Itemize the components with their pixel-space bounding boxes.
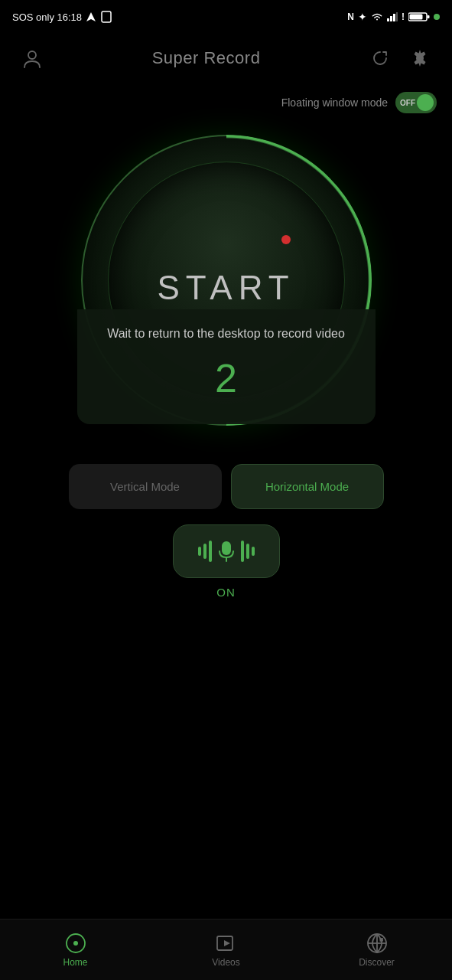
- horizontal-mode-button[interactable]: Horizontal Mode: [231, 464, 384, 509]
- svg-rect-4: [393, 14, 395, 21]
- nfc-icon: N: [347, 11, 354, 22]
- start-label: START: [157, 269, 294, 307]
- bar-l1: [198, 547, 201, 556]
- vertical-mode-button[interactable]: Vertical Mode: [69, 464, 222, 509]
- countdown-message: Wait to return to the desktop to record …: [100, 325, 353, 343]
- mic-button[interactable]: [173, 524, 280, 578]
- record-area: START Wait to return to the desktop to r…: [0, 135, 452, 426]
- svg-point-9: [28, 51, 36, 59]
- svg-marker-16: [224, 940, 230, 946]
- status-bar: SOS only 16:18 N ✦ !: [0, 0, 452, 34]
- exclaim-icon: !: [402, 11, 405, 22]
- right-bars: [241, 541, 255, 562]
- settings-button[interactable]: [406, 44, 434, 72]
- svg-rect-2: [387, 18, 389, 21]
- top-nav: Super Record: [0, 34, 452, 83]
- battery-icon: [408, 11, 430, 22]
- left-bars: [198, 541, 212, 562]
- svg-rect-5: [396, 12, 398, 21]
- bottom-nav: Home Videos Discover: [0, 919, 452, 980]
- nav-videos[interactable]: Videos: [151, 933, 301, 968]
- history-button[interactable]: [366, 44, 394, 72]
- record-circle-outer[interactable]: START Wait to return to the desktop to r…: [81, 135, 372, 426]
- toggle-knob: [417, 94, 434, 111]
- bluetooth-icon: ✦: [358, 11, 367, 23]
- svg-rect-7: [428, 15, 430, 18]
- green-dot-icon: [434, 14, 440, 20]
- svg-point-14: [73, 941, 78, 946]
- nav-home[interactable]: Home: [0, 933, 151, 968]
- signal-icon: [387, 12, 398, 21]
- location-icon: [86, 12, 96, 21]
- mic-status-label: ON: [216, 586, 236, 599]
- bar-r3: [252, 547, 255, 556]
- status-sos: SOS only 16:18: [12, 11, 82, 23]
- floating-mode-label: Floating window mode: [281, 96, 388, 109]
- wifi-icon: [371, 12, 383, 21]
- videos-icon: [216, 933, 237, 954]
- bar-l2: [203, 544, 206, 559]
- app-title: Super Record: [152, 48, 261, 68]
- toggle-state-label: OFF: [400, 99, 415, 107]
- red-dot-indicator: [281, 235, 291, 244]
- floating-mode-row: Floating window mode OFF: [0, 86, 452, 119]
- videos-label: Videos: [212, 957, 239, 968]
- mic-section: ON: [0, 524, 452, 599]
- home-label: Home: [63, 957, 87, 968]
- floating-mode-toggle[interactable]: OFF: [395, 92, 437, 113]
- bar-r1: [241, 541, 244, 562]
- svg-rect-8: [410, 15, 423, 20]
- countdown-overlay: Wait to return to the desktop to record …: [77, 309, 376, 424]
- svg-marker-0: [86, 12, 96, 21]
- nav-discover[interactable]: Discover: [301, 933, 452, 968]
- svg-rect-3: [390, 16, 392, 21]
- countdown-number: 2: [100, 355, 353, 401]
- svg-rect-1: [102, 11, 111, 22]
- svg-rect-11: [222, 541, 231, 555]
- bar-l3: [209, 541, 212, 562]
- mode-buttons-row: Vertical Mode Horizontal Mode: [0, 464, 452, 509]
- bar-r2: [246, 544, 249, 559]
- user-button[interactable]: [18, 44, 46, 72]
- status-left: SOS only 16:18: [12, 11, 112, 23]
- discover-icon: [366, 933, 388, 954]
- status-right: N ✦ !: [347, 11, 440, 23]
- phone-icon: [100, 11, 112, 23]
- home-icon: [65, 933, 86, 954]
- discover-label: Discover: [359, 957, 395, 968]
- microphone-icon: [218, 541, 235, 562]
